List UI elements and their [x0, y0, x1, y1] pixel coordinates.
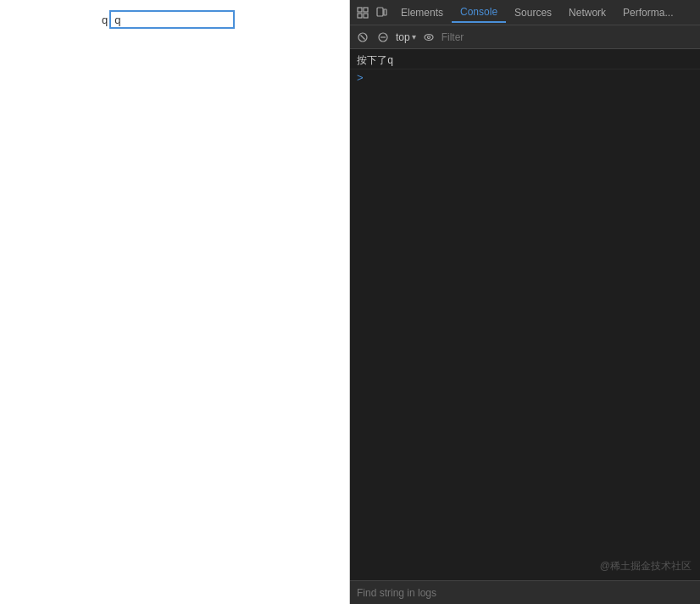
- text-input[interactable]: [109, 10, 235, 29]
- find-input[interactable]: [357, 587, 693, 599]
- svg-rect-0: [358, 8, 362, 12]
- no-errors-icon[interactable]: [375, 30, 391, 45]
- console-prompt-arrow: >: [357, 71, 364, 84]
- console-settings-icon[interactable]: [421, 30, 436, 45]
- input-area: q: [102, 10, 235, 29]
- tab-console[interactable]: Console: [452, 3, 506, 23]
- tab-elements[interactable]: Elements: [392, 3, 452, 22]
- inspect-icon[interactable]: [355, 5, 370, 20]
- console-message-row: 按下了q: [350, 53, 700, 69]
- devtools-panel: Elements Console Sources Network Perform…: [350, 0, 700, 604]
- filter-input[interactable]: [442, 31, 695, 43]
- context-selector-text: top: [396, 31, 410, 43]
- svg-rect-2: [358, 14, 362, 18]
- svg-rect-3: [364, 14, 368, 18]
- console-toolbar: top ▾: [350, 25, 700, 49]
- find-bar: [350, 580, 700, 604]
- watermark: @稀土掘金技术社区: [600, 559, 692, 574]
- tab-network[interactable]: Network: [560, 3, 614, 22]
- chevron-down-icon: ▾: [412, 32, 416, 42]
- svg-rect-5: [384, 9, 386, 15]
- context-selector[interactable]: top ▾: [396, 31, 416, 43]
- tab-sources[interactable]: Sources: [506, 3, 560, 22]
- devtools-tabs: Elements Console Sources Network Perform…: [392, 3, 695, 23]
- svg-rect-4: [377, 8, 383, 16]
- console-prompt-line[interactable]: >: [350, 69, 700, 86]
- svg-rect-1: [364, 8, 368, 12]
- input-label: q: [102, 14, 108, 26]
- console-output: 按下了q > @稀土掘金技术社区: [350, 49, 700, 580]
- svg-point-10: [425, 34, 433, 40]
- clear-console-icon[interactable]: [355, 30, 370, 45]
- webpage-panel: q: [0, 0, 350, 604]
- tab-performance[interactable]: Performa...: [614, 3, 681, 22]
- device-icon[interactable]: [374, 5, 389, 20]
- console-message-text: 按下了q: [357, 53, 693, 68]
- svg-line-7: [361, 35, 365, 39]
- devtools-top-toolbar: Elements Console Sources Network Perform…: [350, 0, 700, 25]
- svg-point-11: [427, 36, 430, 38]
